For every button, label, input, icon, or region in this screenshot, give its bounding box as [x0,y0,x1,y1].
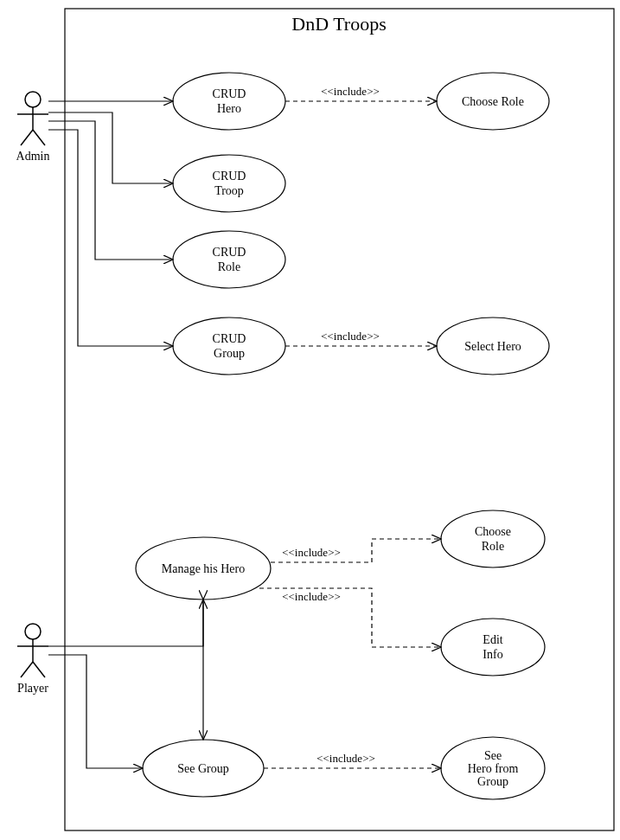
usecase-edit-info: Edit Info [441,619,545,676]
svg-text:Info: Info [483,648,502,661]
usecase-manage-hero: Manage his Hero [136,537,271,600]
system-boundary [65,9,614,830]
usecase-choose-role-bottom: Choose Role [441,510,545,567]
svg-text:Manage his Hero: Manage his Hero [162,562,245,575]
diagram-title: DnD Troops [291,13,386,35]
actor-admin-label: Admin [16,150,50,163]
svg-text:<<include>>: <<include>> [282,590,341,603]
svg-line-3 [21,130,33,145]
usecase-crud-role: CRUD Role [173,231,285,288]
svg-point-31 [441,619,545,676]
svg-text:<<include>>: <<include>> [282,546,341,559]
svg-text:CRUD: CRUD [213,87,246,100]
actor-admin: Admin [16,92,50,163]
svg-text:Hero: Hero [217,102,241,115]
svg-text:CRUD: CRUD [213,170,246,183]
assoc-admin-crud-role [48,121,173,260]
assoc-player-manage-hero [48,600,203,646]
svg-point-15 [173,155,285,212]
svg-point-0 [25,92,41,107]
usecase-crud-hero: CRUD Hero [173,73,285,130]
usecase-select-hero: Select Hero [437,317,549,375]
svg-text:See Group: See Group [177,762,229,775]
svg-text:Group: Group [477,775,508,788]
assoc-player-see-group [48,655,143,768]
svg-text:<<include>>: <<include>> [321,330,380,343]
svg-text:<<include>>: <<include>> [316,752,375,765]
svg-line-9 [33,662,45,677]
usecase-choose-role-top: Choose Role [437,73,549,130]
svg-text:Group: Group [214,347,245,360]
svg-text:Choose: Choose [475,525,511,538]
usecase-crud-group: CRUD Group [173,317,285,375]
svg-point-18 [173,231,285,288]
svg-text:Select Hero: Select Hero [464,340,521,353]
svg-text:Troop: Troop [214,184,244,197]
assoc-admin-crud-group [48,130,173,346]
usecase-see-hero-from-group: See Hero from Group [441,737,545,799]
svg-text:CRUD: CRUD [213,332,246,345]
svg-text:Role: Role [482,540,504,553]
actor-player-label: Player [17,682,48,695]
use-case-diagram: DnD Troops Admin Player CRUD Hero Choose… [0,0,620,840]
svg-text:Hero from: Hero from [468,762,519,775]
svg-line-8 [21,662,33,677]
svg-text:<<include>>: <<include>> [321,85,380,98]
actor-player: Player [17,624,48,695]
svg-point-10 [173,73,285,130]
svg-text:Edit: Edit [483,633,502,646]
svg-line-4 [33,130,45,145]
svg-point-21 [173,317,285,375]
svg-point-28 [441,510,545,567]
svg-point-5 [25,624,41,639]
usecase-see-group: See Group [143,740,264,797]
usecase-crud-troop: CRUD Troop [173,155,285,212]
svg-text:See: See [484,749,502,762]
svg-text:CRUD: CRUD [213,246,246,259]
svg-text:Role: Role [218,260,240,273]
assoc-admin-crud-troop [48,112,173,183]
svg-text:Choose Role: Choose Role [462,95,524,108]
